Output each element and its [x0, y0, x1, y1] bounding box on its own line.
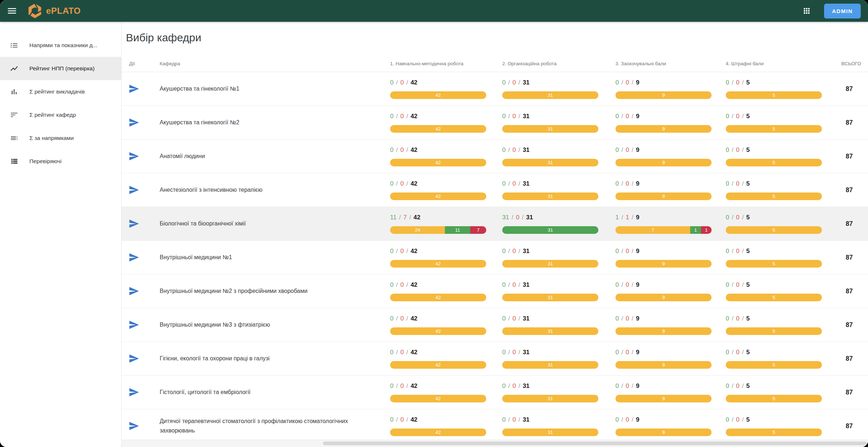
progress-bar: 5 [726, 429, 822, 436]
score-cell: 31/0/31 31 [502, 214, 615, 234]
progress-segment-amber: 5 [726, 91, 822, 99]
row-total: 87 [837, 355, 868, 363]
send-icon[interactable] [128, 421, 139, 431]
progress-bar: 31 [502, 193, 598, 200]
table-row: Внутрішньої медицини №1 0/0/42 42 0/0/31… [122, 241, 868, 274]
score-max: 9 [636, 214, 639, 221]
progress-segment-amber: 5 [726, 226, 822, 234]
score-max: 9 [636, 315, 639, 322]
score-max: 42 [410, 79, 417, 86]
score-max: 31 [523, 113, 529, 120]
score-rejected: 0 [400, 382, 404, 390]
apps-grid-icon[interactable] [802, 7, 811, 15]
sort-icon [10, 111, 19, 119]
score-confirmed: 31 [502, 214, 509, 221]
score-rejected: 0 [736, 214, 739, 221]
progress-segment-amber: 9 [615, 429, 712, 436]
admin-button[interactable]: ADMIN [824, 4, 861, 18]
department-name[interactable]: Внутрішньої медицини №2 з професійними х… [160, 286, 390, 296]
department-name[interactable]: Анестезіології з інтенсивною терапією [160, 185, 390, 195]
progress-segment-amber: 9 [615, 159, 712, 166]
department-name[interactable]: Акушерства та гінекології №2 [160, 118, 390, 127]
send-icon[interactable] [128, 286, 139, 297]
sidebar-item[interactable]: Σ за напрямками [0, 127, 121, 150]
department-name[interactable]: Біологічної та біоорганічної хімії [160, 219, 390, 228]
send-icon[interactable] [128, 218, 139, 229]
department-name[interactable]: Анатомії людини [160, 152, 390, 161]
score-rejected: 0 [400, 315, 404, 322]
progress-bar: 9 [615, 327, 712, 335]
send-icon[interactable] [128, 319, 139, 330]
progress-segment-amber: 5 [726, 193, 822, 200]
score-confirmed: 0 [390, 180, 393, 187]
sidebar-item[interactable]: Напрями та показники д... [0, 34, 121, 57]
view-list-icon [10, 157, 19, 166]
header-organizational-work: 2. Організаційна робота [502, 61, 615, 66]
score-rejected: 0 [400, 180, 404, 187]
score-max: 9 [636, 349, 639, 356]
score-max: 31 [523, 248, 529, 255]
department-name[interactable]: Гігієни, екології та охорони праці в гал… [160, 354, 390, 363]
row-actions-cell [122, 83, 160, 94]
score-rejected: 0 [736, 248, 739, 255]
row-total: 87 [837, 287, 868, 295]
horizontal-scrollbar-thumb[interactable] [323, 442, 867, 445]
progress-bar: 9 [615, 395, 712, 402]
sidebar-item-label: Σ рейтинг викладачів [29, 88, 85, 95]
department-name[interactable]: Дитячої терапевтичної стоматології з про… [160, 417, 390, 435]
progress-segment-amber: 5 [726, 125, 822, 133]
score-rejected: 0 [512, 315, 516, 322]
sidebar-item[interactable]: Σ рейтинг кафедр [0, 103, 121, 127]
progress-segment-amber: 42 [390, 395, 486, 402]
score-cell: 0/0/31 31 [502, 113, 615, 133]
send-icon[interactable] [128, 252, 139, 263]
score-cell: 0/0/31 31 [502, 248, 615, 268]
score-confirmed: 0 [502, 349, 505, 356]
score-cell: 0/0/9 9 [615, 416, 726, 436]
score-confirmed: 0 [502, 79, 505, 86]
score-max: 9 [636, 146, 639, 154]
progress-segment-amber: 5 [726, 159, 822, 166]
score-cell: 0/0/5 5 [726, 349, 837, 369]
sidebar-item[interactable]: Σ рейтинг викладачів [0, 80, 121, 103]
score-confirmed: 0 [726, 416, 729, 423]
menu-icon[interactable] [7, 5, 17, 16]
department-name[interactable]: Гістології, цитології та ембріології [160, 388, 390, 397]
table-row: Акушерства та гінекології №1 0/0/42 42 0… [122, 72, 868, 106]
progress-segment-amber: 31 [502, 91, 598, 99]
progress-segment-amber: 31 [502, 193, 598, 200]
department-name[interactable]: Акушерства та гінекології №1 [160, 84, 390, 94]
score-confirmed: 0 [390, 315, 393, 322]
progress-segment-amber: 9 [615, 395, 712, 402]
progress-bar: 31 [502, 91, 598, 99]
progress-bar: 42 [390, 91, 486, 99]
send-icon[interactable] [128, 185, 139, 195]
score-max: 9 [636, 281, 639, 289]
department-name[interactable]: Внутрішньої медицини №1 [160, 253, 390, 262]
sidebar-item[interactable]: Перевіряючі [0, 150, 121, 173]
department-name[interactable]: Внутрішньої медицини №3 з фтизіатрією [160, 320, 390, 330]
score-cell: 0/0/42 42 [390, 79, 502, 99]
progress-segment-amber: 42 [390, 361, 486, 369]
progress-segment-amber: 31 [502, 395, 598, 402]
send-icon[interactable] [128, 353, 139, 364]
score-max: 5 [746, 79, 749, 86]
progress-segment-amber: 42 [390, 125, 486, 133]
send-icon[interactable] [128, 83, 139, 94]
horizontal-scrollbar[interactable] [122, 440, 868, 447]
table-row: Гістології, цитології та ембріології 0/0… [122, 376, 868, 409]
progress-bar: 42 [390, 361, 486, 369]
score-max: 9 [636, 382, 639, 390]
score-max: 5 [746, 248, 749, 255]
score-rejected: 0 [512, 281, 516, 289]
send-icon[interactable] [128, 387, 139, 398]
sidebar-item[interactable]: Рейтинг НПП (перевірка) [0, 57, 121, 80]
score-confirmed: 0 [390, 146, 393, 154]
score-rejected: 0 [626, 113, 629, 120]
progress-bar: 31 [502, 395, 598, 402]
score-rejected: 0 [400, 281, 404, 289]
score-confirmed: 0 [726, 79, 729, 86]
send-icon[interactable] [128, 117, 139, 128]
send-icon[interactable] [128, 151, 139, 162]
score-cell: 0/0/5 5 [726, 281, 837, 301]
